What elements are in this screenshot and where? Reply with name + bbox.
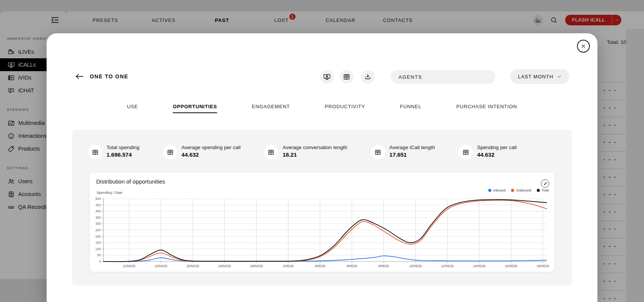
- svg-text:12/04/25: 12/04/25: [123, 264, 135, 268]
- svg-text:150: 150: [95, 241, 101, 244]
- tab-purchase-intention[interactable]: PURCHASE INTENTION: [456, 104, 517, 113]
- stat-label: Total spending: [106, 144, 139, 151]
- back-button[interactable]: ONE TO ONE: [75, 71, 128, 82]
- svg-text:0: 0: [99, 260, 101, 263]
- screen-share-button[interactable]: [320, 70, 334, 84]
- stat-label: Average iCall length: [389, 144, 435, 151]
- agents-filter[interactable]: AGENTS: [391, 70, 496, 84]
- stat-spending-per-call: Spending per call44.632: [458, 144, 516, 159]
- download-button[interactable]: [361, 70, 375, 84]
- period-dropdown-label: LAST MONTH: [518, 74, 553, 79]
- stats-row: Total spending1.696.574Average spending …: [72, 130, 572, 159]
- tab-productivity[interactable]: PRODUCTIVITY: [325, 104, 365, 113]
- svg-text:16/05/25: 16/05/25: [505, 264, 517, 268]
- stat-label: Spending per call: [477, 144, 516, 151]
- svg-text:4/05/25: 4/05/25: [315, 264, 326, 268]
- svg-text:100: 100: [95, 247, 101, 251]
- svg-text:300: 300: [95, 222, 101, 226]
- svg-text:6/05/25: 6/05/25: [347, 264, 358, 268]
- tab-use[interactable]: USE: [127, 104, 138, 113]
- stat-value: 17.651: [389, 151, 435, 159]
- stat-average-icall-length: Average iCall length17.651: [371, 144, 435, 159]
- svg-text:18/05/25: 18/05/25: [536, 264, 549, 268]
- chevron-down-icon: [556, 74, 562, 79]
- opportunities-panel: Total spending1.696.574Average spending …: [72, 130, 572, 286]
- svg-text:12/05/25: 12/05/25: [441, 264, 453, 268]
- svg-text:500: 500: [95, 197, 101, 201]
- stat-book-icon: [458, 145, 473, 159]
- app-stage: PRESETSACTIVESPASTLOST1CALENDARCONTACTS …: [0, 0, 644, 302]
- chart-card: Distribution of opportunities Spending /…: [89, 172, 555, 272]
- download-icon: [364, 73, 372, 81]
- svg-text:20/04/25: 20/04/25: [186, 264, 199, 268]
- stat-value: 18.21: [283, 151, 347, 159]
- svg-text:8/05/25: 8/05/25: [378, 264, 389, 268]
- screen-share-icon: [323, 73, 331, 81]
- stat-average-spending-per-call: Average spending per call44.632: [163, 144, 241, 159]
- svg-text:350: 350: [95, 216, 101, 219]
- report-book-button[interactable]: [340, 70, 353, 84]
- svg-text:2/05/25: 2/05/25: [283, 264, 294, 268]
- stat-book-icon: [163, 145, 177, 159]
- stat-book-icon: [88, 145, 102, 159]
- tab-engagement[interactable]: ENGAGEMENT: [252, 104, 290, 113]
- svg-text:24/04/25: 24/04/25: [218, 264, 231, 268]
- svg-text:10/05/25: 10/05/25: [409, 264, 422, 268]
- stat-book-icon: [264, 145, 278, 159]
- stat-value: 44.632: [181, 151, 241, 159]
- analytics-tabs: USEOPPORTUNITIESENGAGEMENTPRODUCTIVITYFU…: [47, 104, 597, 113]
- stat-label: Average conversation length: [283, 144, 347, 151]
- stat-average-conversation-length: Average conversation length18.21: [264, 144, 347, 159]
- svg-text:200: 200: [95, 235, 101, 238]
- tab-funnel[interactable]: FUNNEL: [400, 104, 422, 113]
- svg-text:28/04/25: 28/04/25: [250, 264, 263, 268]
- line-chart: 05010015020025030035040045050012/04/2516…: [90, 186, 555, 272]
- stat-total-spending: Total spending1.696.574: [88, 144, 139, 159]
- close-icon: [581, 44, 586, 49]
- stat-value: 44.632: [477, 151, 516, 159]
- svg-text:400: 400: [95, 209, 101, 213]
- back-arrow-icon: [75, 72, 84, 81]
- svg-text:450: 450: [95, 203, 101, 207]
- stat-book-icon: [371, 145, 385, 159]
- modal-title: ONE TO ONE: [90, 73, 128, 79]
- tab-opportunities[interactable]: OPPORTUNITIES: [173, 104, 217, 113]
- agents-filter-label: AGENTS: [399, 74, 422, 80]
- period-dropdown[interactable]: LAST MONTH: [510, 69, 569, 84]
- svg-text:250: 250: [95, 228, 101, 232]
- stat-value: 1.696.574: [106, 151, 139, 159]
- svg-text:16/04/25: 16/04/25: [155, 264, 167, 268]
- svg-text:50: 50: [97, 253, 101, 257]
- expand-icon: [543, 181, 548, 186]
- svg-text:14/05/25: 14/05/25: [473, 264, 485, 268]
- chart-title: Distribution of opportunities: [96, 178, 165, 185]
- close-button[interactable]: [577, 40, 590, 53]
- analytics-modal: ONE TO ONE AGENTS LAST MONTH USEOPPORTUN…: [47, 33, 597, 302]
- stat-label: Average spending per call: [181, 144, 241, 151]
- report-book-icon: [343, 73, 350, 81]
